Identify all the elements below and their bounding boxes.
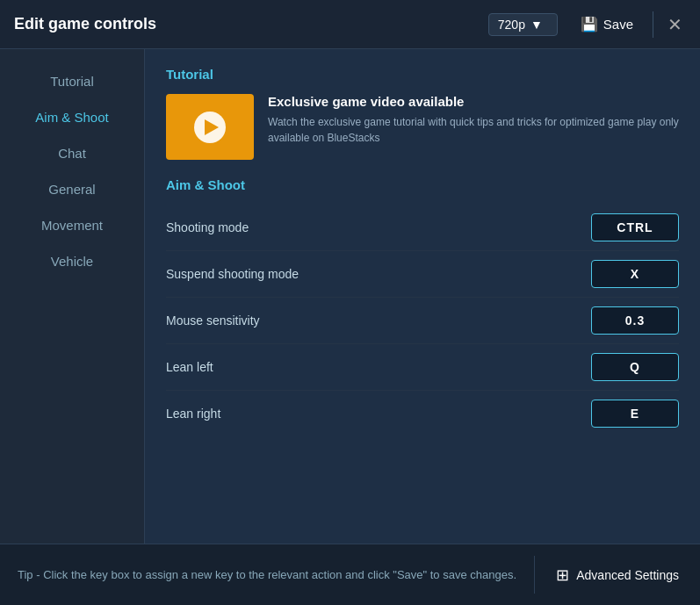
- advanced-settings-icon: ⊞: [556, 565, 569, 585]
- resolution-selector[interactable]: 720p ▼: [488, 13, 558, 36]
- save-label: Save: [603, 17, 633, 32]
- header-divider: [653, 11, 653, 38]
- suspend-shooting-key[interactable]: X: [591, 260, 679, 288]
- video-description: Watch the exclusive game tutorial with q…: [268, 114, 679, 146]
- close-button[interactable]: ✕: [664, 11, 686, 39]
- advanced-settings-button[interactable]: ⊞ Advanced Settings: [535, 544, 700, 605]
- suspend-shooting-label: Suspend shooting mode: [166, 267, 299, 281]
- mouse-sensitivity-label: Mouse sensitivity: [166, 313, 260, 328]
- tutorial-text-block: Exclusive game video available Watch the…: [268, 94, 679, 146]
- control-row-suspend-shooting: Suspend shooting mode X: [166, 251, 679, 298]
- sidebar-item-vehicle[interactable]: Vehicle: [0, 243, 144, 279]
- lean-right-key[interactable]: E: [591, 400, 679, 428]
- save-button[interactable]: 💾 Save: [572, 11, 642, 38]
- video-thumbnail[interactable]: [166, 94, 254, 160]
- play-icon: [205, 119, 219, 135]
- footer-tip: Tip - Click the key box to assign a new …: [0, 556, 535, 594]
- aim-shoot-section-title: Aim & Shoot: [166, 177, 679, 192]
- lean-left-key[interactable]: Q: [591, 353, 679, 381]
- save-icon: 💾: [581, 16, 598, 32]
- sidebar-item-tutorial[interactable]: Tutorial: [0, 63, 144, 99]
- advanced-settings-label: Advanced Settings: [576, 568, 679, 582]
- sidebar: Tutorial Aim & Shoot Chat General Moveme…: [0, 49, 145, 544]
- lean-right-label: Lean right: [166, 407, 220, 421]
- control-row-lean-left: Lean left Q: [166, 344, 679, 391]
- header: Edit game controls 720p ▼ 💾 Save ✕: [0, 0, 700, 49]
- content-area: Tutorial Exclusive game video available …: [145, 49, 700, 544]
- play-button[interactable]: [194, 112, 226, 143]
- tutorial-card: Exclusive game video available Watch the…: [166, 94, 679, 160]
- tutorial-section-title: Tutorial: [166, 67, 679, 82]
- video-title: Exclusive game video available: [268, 94, 679, 109]
- sidebar-item-chat[interactable]: Chat: [0, 135, 144, 171]
- resolution-value: 720p: [498, 18, 525, 32]
- control-row-shooting-mode: Shooting mode CTRL: [166, 205, 679, 251]
- footer: Tip - Click the key box to assign a new …: [0, 544, 700, 605]
- main-layout: Tutorial Aim & Shoot Chat General Moveme…: [0, 49, 700, 544]
- lean-left-label: Lean left: [166, 360, 213, 374]
- mouse-sensitivity-value[interactable]: 0.3: [591, 306, 679, 335]
- control-row-mouse-sensitivity: Mouse sensitivity 0.3: [166, 298, 679, 344]
- shooting-mode-key[interactable]: CTRL: [591, 213, 679, 241]
- shooting-mode-label: Shooting mode: [166, 220, 249, 234]
- sidebar-item-aim-shoot[interactable]: Aim & Shoot: [0, 99, 144, 135]
- sidebar-item-general[interactable]: General: [0, 171, 144, 207]
- chevron-down-icon: ▼: [530, 18, 543, 32]
- sidebar-item-movement[interactable]: Movement: [0, 207, 144, 243]
- control-row-lean-right: Lean right E: [166, 391, 679, 436]
- page-title: Edit game controls: [14, 15, 488, 33]
